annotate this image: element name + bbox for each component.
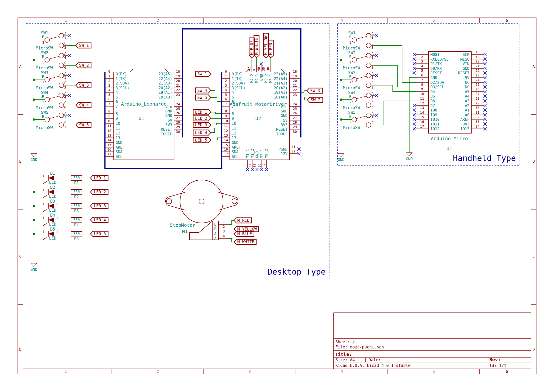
pin-circle	[59, 43, 64, 48]
ic-adafruit-motordriver[interactable]: 00(RX)11(TX)22(SDA)33(SCL)44556677889910…	[222, 63, 300, 171]
pin-circle	[366, 93, 371, 98]
pin-number: 5	[108, 93, 110, 97]
pin-number: 1	[64, 36, 66, 40]
pin-name: B	[349, 75, 351, 79]
net-label-led_5[interactable]: LED_5	[193, 138, 211, 143]
frame-column-label: 5	[433, 369, 435, 374]
net-label-sw_1[interactable]: SW_1	[76, 43, 91, 48]
net-label-sw_1[interactable]: SW_1	[195, 71, 211, 77]
no-connect-icon	[413, 123, 416, 126]
pin-circle	[45, 38, 50, 42]
no-connect-icon	[68, 74, 71, 77]
net-label-led_4[interactable]: LED_4	[91, 217, 108, 223]
pin-name: 7	[116, 104, 118, 109]
net-label-sw_2[interactable]: SW_2	[307, 97, 323, 103]
gnd-symbol[interactable]: GND	[31, 153, 37, 162]
led-triangle-icon	[48, 231, 54, 236]
net-label-sw_5[interactable]: SW_5	[76, 122, 91, 128]
led-unit[interactable]: D3LED12330R3LED_3	[34, 199, 108, 213]
ic-arduino-leonardo[interactable]: 00(RX)11(TX)22(SDA)33(SCL)44556677889910…	[105, 69, 182, 160]
net-label-sw_3[interactable]: SW_3	[76, 83, 91, 88]
net-label-led_1[interactable]: LED_1	[193, 110, 211, 115]
no-connect-icon	[256, 168, 258, 171]
no-connect-icon	[484, 85, 486, 88]
net-label-sw_4[interactable]: SW_4	[195, 88, 211, 93]
pin-name: 23(A5)	[158, 72, 172, 76]
gnd-symbol[interactable]: GND	[338, 153, 345, 162]
no-connect-icon	[413, 71, 416, 74]
pin-number: 28	[176, 120, 180, 124]
net-label-m_white[interactable]: M_WHITE	[254, 35, 259, 58]
pin-name: A	[214, 231, 216, 236]
net-label-sw_2[interactable]: SW_2	[76, 63, 91, 68]
net-label-sw_4[interactable]: SW_4	[76, 103, 91, 108]
pin-name: M1_2	[250, 149, 255, 158]
pin-name: M2_1	[260, 149, 264, 158]
no-connect-icon	[484, 123, 486, 126]
net-label-text: LED_3	[195, 123, 207, 127]
net-label-led_4[interactable]: LED_4	[193, 130, 211, 135]
switch-ref: SW1	[41, 31, 48, 35]
switch-unit[interactable]: SW5MicroSWB2A1C3	[341, 110, 378, 130]
pin-name: IO8	[430, 108, 437, 112]
switch-unit[interactable]: SW1MicroSWB2A1C3	[341, 31, 378, 50]
gnd-symbol[interactable]: GND	[31, 263, 37, 272]
led-unit[interactable]: D5LED12330R5LED_5	[34, 227, 108, 241]
switch-unit[interactable]: SW4MicroSWB2A1C3	[341, 90, 378, 110]
switch-unit[interactable]: SW2MicroSWB5A4C6	[34, 50, 71, 70]
gnd-symbol[interactable]: GND	[406, 153, 413, 161]
pin-number: 1	[371, 115, 373, 119]
net-label-led_2[interactable]: LED_2	[193, 116, 211, 121]
net-label-m_red[interactable]: M_RED	[234, 218, 252, 223]
pin-number: 3	[371, 125, 373, 129]
switch-unit[interactable]: SW3MicroSWB2A1C3	[34, 70, 71, 90]
net-label-sw_3[interactable]: SW_3	[307, 88, 322, 93]
pin-number: 18	[476, 50, 480, 54]
motor-mount-hole	[166, 199, 172, 204]
switch-unit[interactable]: SW5MicroSWB2A1C3	[34, 110, 71, 130]
pin-number: 1	[43, 216, 44, 220]
pin-name: D7	[430, 104, 435, 108]
ic-arduino-micro[interactable]: 1MOSI2RXLED/SS3D1/TX4D0/RX5RESET6GND7D2/…	[413, 50, 486, 151]
gnd-label: GND	[31, 157, 37, 162]
pin-name: 19(A1)	[158, 90, 172, 95]
switch-unit[interactable]: SW1MicroSWB2A1C3	[34, 31, 71, 50]
net-label-led_5[interactable]: LED_5	[91, 231, 108, 237]
pin-circle	[45, 57, 50, 62]
net-label-m_white[interactable]: M_WHITE	[234, 239, 256, 245]
pin-number: 31	[476, 111, 480, 114]
net-label-led_2[interactable]: LED_2	[91, 189, 108, 195]
pin-name: C	[371, 61, 374, 65]
pin-name: A0	[465, 113, 469, 117]
pin-name: C	[371, 81, 374, 85]
schematic-drawing: 112233445566AABBCCDDGNDSW1MicroSWB2A1C3S…	[18, 18, 536, 374]
no-connect-icon	[484, 104, 486, 107]
led-unit[interactable]: D4LED12330R4LED_4	[34, 213, 108, 227]
no-connect-icon	[260, 168, 263, 171]
stepmotor-m1[interactable]: StepMotorM1B1M_RED-B2M_YELLOWA3M_BLUE-A4…	[166, 180, 259, 245]
net-label-text: LED_2	[94, 190, 106, 194]
pin-number: 3	[421, 59, 423, 63]
no-connect-icon	[484, 95, 486, 98]
net-label-led_3[interactable]: LED_3	[91, 203, 108, 209]
net-label-led_3[interactable]: LED_3	[193, 122, 211, 128]
pin-number: 9	[421, 87, 423, 91]
pin-name: A3	[465, 99, 469, 103]
switch-unit[interactable]: SW4MicroSWB5A4C6	[34, 90, 71, 110]
led-unit[interactable]: D1LED12330R1LED_1	[34, 171, 108, 185]
pin-circle	[366, 53, 371, 58]
switch-unit[interactable]: SW2MicroSWB2A1C3	[341, 50, 378, 70]
switch-value: MicroSW	[343, 46, 360, 50]
pin-name: 6	[116, 99, 118, 104]
schematic-canvas[interactable]: 112233445566AABBCCDDGNDSW1MicroSWB2A1C3S…	[0, 0, 554, 392]
pin-circle	[59, 83, 64, 88]
gnd-label: GND	[31, 267, 37, 272]
pin-number: 17	[224, 152, 228, 156]
switch-unit[interactable]: SW3MicroSWB2A1C3	[341, 70, 378, 90]
net-label-led_1[interactable]: LED_1	[91, 175, 108, 181]
led-unit[interactable]: D2LED12330R2LED_2	[34, 185, 108, 199]
net-label-sw_5[interactable]: SW_5	[195, 95, 211, 100]
pin-number: 29	[176, 125, 180, 129]
net-label-text: SW_3	[310, 88, 320, 93]
pin-name: GND	[165, 109, 172, 113]
